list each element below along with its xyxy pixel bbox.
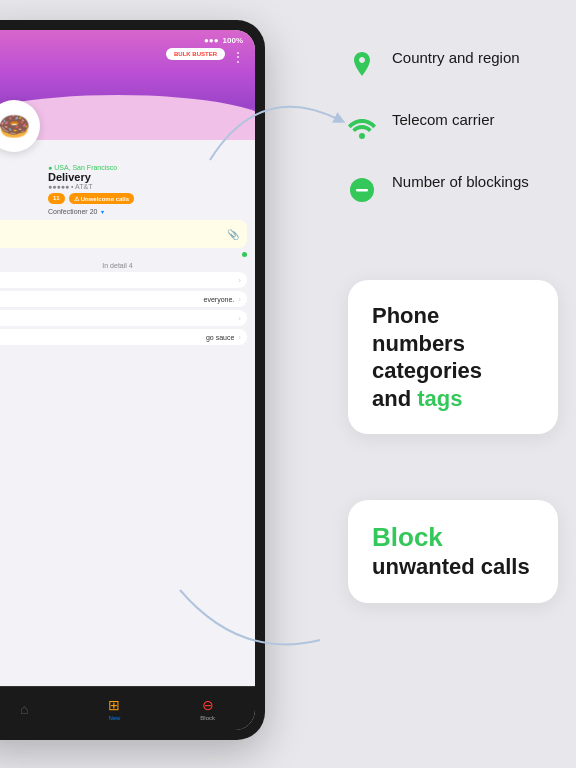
tablet-frame: ●●● 100% BULK BUSTER ⋮ 🍩 ● USA, San Fr xyxy=(0,20,265,740)
avatar-emoji: 🍩 xyxy=(0,111,30,142)
category-text: Confectioner 20 xyxy=(48,208,97,215)
feature-telecom-carrier: Telecom carrier xyxy=(346,110,556,144)
detail-text-2: everyone. xyxy=(204,296,235,303)
nav-new[interactable]: ⊞ New xyxy=(108,697,120,721)
home-icon: ⌂ xyxy=(20,701,28,717)
note-area[interactable]: 📎 xyxy=(0,220,247,248)
block-sub-label: unwanted calls xyxy=(372,553,534,581)
feature-number-blockings: Number of blockings xyxy=(346,172,556,206)
card-block-calls: Block unwanted calls xyxy=(348,500,558,603)
detail-row-3[interactable]: › xyxy=(0,310,247,326)
detail-text-4: go sauce xyxy=(206,334,234,341)
note-icon: 📎 xyxy=(227,229,239,240)
country-region-label: Country and region xyxy=(392,48,520,68)
svg-point-0 xyxy=(359,133,365,139)
tag-count: 11 xyxy=(48,193,65,204)
number-blockings-label: Number of blockings xyxy=(392,172,529,192)
carrier-info: ●●●●● • AT&T xyxy=(48,183,247,190)
detail-label: In detail 4 xyxy=(0,262,247,269)
location-pin-icon xyxy=(346,50,378,82)
detail-row-2[interactable]: everyone. › xyxy=(0,291,247,307)
chevron-icon-2: › xyxy=(238,295,241,304)
chevron-icon-3: › xyxy=(238,314,241,323)
tag-unwelcome: ⚠ Unwelcome calls xyxy=(69,193,134,204)
tablet-device: ●●● 100% BULK BUSTER ⋮ 🍩 ● USA, San Fr xyxy=(0,20,280,750)
nav-block[interactable]: ⊖ Block xyxy=(200,697,215,721)
battery-level: 100% xyxy=(223,36,243,45)
card-phone-text: Phone numbers categories and tags xyxy=(372,302,534,412)
block-label: Block xyxy=(372,522,534,553)
card-phone-numbers: Phone numbers categories and tags xyxy=(348,280,558,434)
detail-section: In detail 4 › everyone. › › go sauce › xyxy=(0,262,247,345)
bulk-buster-badge: BULK BUSTER xyxy=(166,48,225,60)
status-bar: ●●● 100% xyxy=(0,30,255,45)
minus-circle-icon xyxy=(346,174,378,206)
nav-home[interactable]: ⌂ xyxy=(20,701,28,717)
chevron-icon-4: › xyxy=(238,333,241,342)
business-location: ● USA, San Francisco xyxy=(48,164,247,171)
new-icon: ⊞ xyxy=(108,697,120,713)
business-info: ● USA, San Francisco Delivery ●●●●● • AT… xyxy=(48,164,247,215)
bottom-nav: ⌂ ⊞ New ⊖ Block xyxy=(0,686,255,730)
app-top-bar: BULK BUSTER ⋮ xyxy=(0,45,255,53)
category-row[interactable]: Confectioner 20 ▾ xyxy=(48,208,247,215)
nav-new-label: New xyxy=(108,715,120,721)
chevron-icon-1: › xyxy=(238,276,241,285)
svg-rect-2 xyxy=(356,189,368,192)
telecom-carrier-label: Telecom carrier xyxy=(392,110,495,130)
tags-row: 11 ⚠ Unwelcome calls xyxy=(48,193,247,204)
block-icon: ⊖ xyxy=(202,697,214,713)
category-dropdown-icon[interactable]: ▾ xyxy=(101,208,104,215)
status-dot xyxy=(242,252,247,257)
right-panel: Country and region Telecom carrier Numbe… xyxy=(336,0,576,768)
nav-block-label: Block xyxy=(200,715,215,721)
business-name: Delivery xyxy=(48,171,247,183)
wifi-signal-icon xyxy=(346,112,378,144)
tablet-screen: ●●● 100% BULK BUSTER ⋮ 🍩 ● USA, San Fr xyxy=(0,30,255,730)
detail-row-1[interactable]: › xyxy=(0,272,247,288)
signal-strength: ●●● xyxy=(204,36,219,45)
badge-text: BULK BUSTER xyxy=(174,51,217,57)
detail-row-4[interactable]: go sauce › xyxy=(0,329,247,345)
feature-country-region: Country and region xyxy=(346,48,556,82)
more-options-button[interactable]: ⋮ xyxy=(232,50,245,64)
